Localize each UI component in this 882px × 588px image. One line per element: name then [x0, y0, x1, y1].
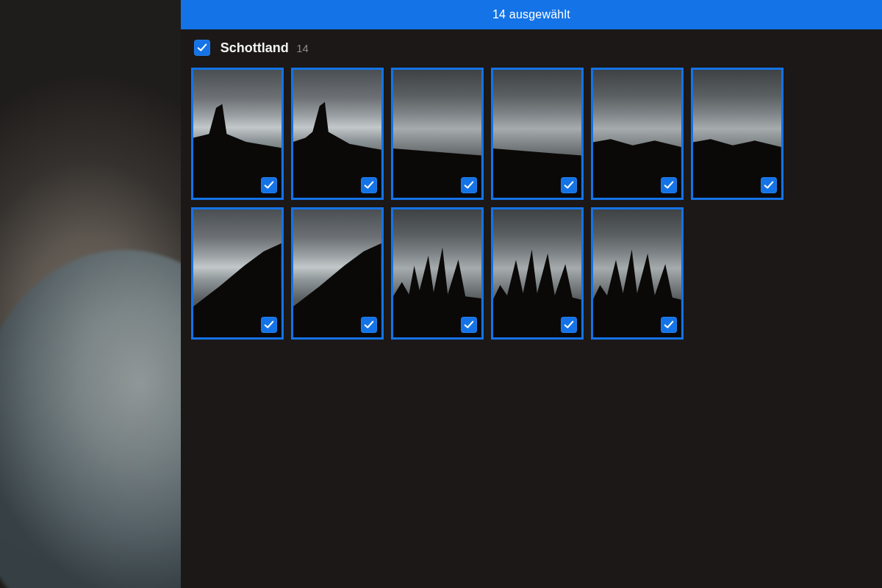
thumbnail[interactable] — [591, 68, 684, 200]
thumbnail-checkbox[interactable] — [561, 317, 577, 333]
check-icon — [664, 320, 674, 330]
check-icon — [364, 180, 374, 190]
album-header: Schottland 14 — [181, 29, 882, 63]
thumbnail[interactable] — [291, 207, 384, 340]
check-icon — [464, 180, 474, 190]
thumbnail[interactable] — [291, 68, 384, 200]
check-icon — [264, 180, 274, 190]
thumbnail-grid — [181, 63, 882, 350]
thumbnail[interactable] — [491, 68, 584, 200]
thumbnail-checkbox[interactable] — [461, 317, 477, 333]
check-icon — [197, 43, 207, 53]
check-icon — [564, 320, 574, 330]
thumbnail[interactable] — [391, 68, 484, 200]
thumbnail[interactable] — [591, 207, 684, 340]
selection-topbar: 14 ausgewählt — [181, 0, 882, 29]
check-icon — [464, 320, 474, 330]
presenter-webcam-region — [0, 0, 181, 588]
thumbnail[interactable] — [391, 207, 484, 340]
thumbnail-checkbox[interactable] — [361, 317, 377, 333]
thumbnail-checkbox[interactable] — [561, 177, 577, 193]
photo-app-panel: 14 ausgewählt Schottland 14 — [181, 0, 882, 588]
selection-count-label: 14 ausgewählt — [492, 8, 570, 21]
thumbnail-checkbox[interactable] — [761, 177, 777, 193]
check-icon — [764, 180, 774, 190]
check-icon — [664, 180, 674, 190]
thumbnail[interactable] — [191, 207, 284, 340]
album-title: Schottland — [220, 40, 289, 55]
thumbnail-checkbox[interactable] — [261, 317, 277, 333]
thumbnail-checkbox[interactable] — [461, 177, 477, 193]
check-icon — [564, 180, 574, 190]
thumbnail[interactable] — [491, 207, 584, 340]
album-select-all-checkbox[interactable] — [194, 40, 210, 56]
thumbnail[interactable] — [691, 68, 784, 200]
thumbnail-checkbox[interactable] — [261, 177, 277, 193]
thumbnail-checkbox[interactable] — [361, 177, 377, 193]
check-icon — [364, 320, 374, 330]
screenshot-stage: 14 ausgewählt Schottland 14 — [0, 0, 882, 588]
thumbnail-checkbox[interactable] — [661, 317, 677, 333]
check-icon — [264, 320, 274, 330]
thumbnail-checkbox[interactable] — [661, 177, 677, 193]
thumbnail[interactable] — [191, 68, 284, 200]
album-count: 14 — [296, 42, 309, 54]
